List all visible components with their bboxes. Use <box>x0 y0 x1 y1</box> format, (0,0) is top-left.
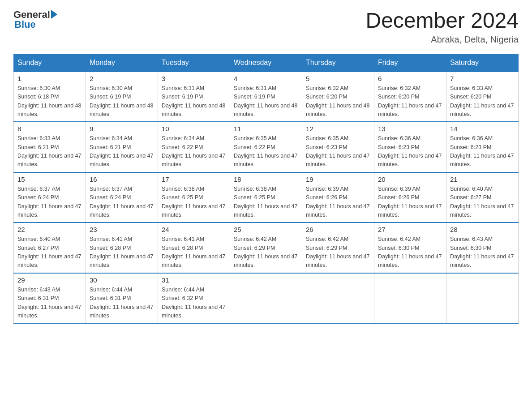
calendar-cell: 14Sunrise: 6:36 AMSunset: 6:23 PMDayligh… <box>446 122 519 172</box>
calendar-week-row: 29Sunrise: 6:43 AMSunset: 6:31 PMDayligh… <box>14 273 519 324</box>
day-of-week-header: Saturday <box>446 54 519 72</box>
calendar-cell: 7Sunrise: 6:33 AMSunset: 6:20 PMDaylight… <box>446 72 519 122</box>
day-number: 3 <box>162 75 226 82</box>
calendar-header-row: SundayMondayTuesdayWednesdayThursdayFrid… <box>14 54 519 72</box>
day-info: Sunrise: 6:39 AMSunset: 6:26 PMDaylight:… <box>378 185 442 220</box>
day-info: Sunrise: 6:30 AMSunset: 6:19 PMDaylight:… <box>90 84 154 119</box>
day-info: Sunrise: 6:43 AMSunset: 6:30 PMDaylight:… <box>450 235 515 270</box>
calendar-cell: 20Sunrise: 6:39 AMSunset: 6:26 PMDayligh… <box>374 172 446 223</box>
day-number: 12 <box>306 125 370 133</box>
calendar-cell: 22Sunrise: 6:40 AMSunset: 6:27 PMDayligh… <box>14 223 86 273</box>
day-info: Sunrise: 6:32 AMSunset: 6:20 PMDaylight:… <box>306 84 370 119</box>
day-info: Sunrise: 6:42 AMSunset: 6:29 PMDaylight:… <box>306 235 370 270</box>
calendar-cell: 30Sunrise: 6:44 AMSunset: 6:31 PMDayligh… <box>86 273 158 324</box>
calendar-cell: 12Sunrise: 6:35 AMSunset: 6:23 PMDayligh… <box>302 122 374 172</box>
calendar-cell: 10Sunrise: 6:34 AMSunset: 6:22 PMDayligh… <box>158 122 230 172</box>
day-number: 8 <box>17 125 82 133</box>
day-number: 2 <box>90 75 154 82</box>
calendar-cell: 27Sunrise: 6:42 AMSunset: 6:30 PMDayligh… <box>374 223 446 273</box>
day-number: 14 <box>450 125 515 133</box>
logo-blue-text: Blue <box>14 19 36 30</box>
day-of-week-header: Monday <box>86 54 158 72</box>
day-info: Sunrise: 6:33 AMSunset: 6:21 PMDaylight:… <box>17 134 82 169</box>
calendar-cell <box>230 273 302 324</box>
day-number: 23 <box>90 226 154 233</box>
logo-arrow-icon <box>51 10 57 19</box>
calendar-cell: 13Sunrise: 6:36 AMSunset: 6:23 PMDayligh… <box>374 122 446 172</box>
day-number: 30 <box>90 276 154 284</box>
calendar-cell: 21Sunrise: 6:40 AMSunset: 6:27 PMDayligh… <box>446 172 519 223</box>
day-of-week-header: Wednesday <box>230 54 302 72</box>
day-number: 15 <box>17 176 82 183</box>
day-number: 20 <box>378 176 442 183</box>
calendar-cell: 5Sunrise: 6:32 AMSunset: 6:20 PMDaylight… <box>302 72 374 122</box>
page-header: General Blue December 2024 Abraka, Delta… <box>13 9 519 45</box>
calendar-cell: 9Sunrise: 6:34 AMSunset: 6:21 PMDaylight… <box>86 122 158 172</box>
day-number: 26 <box>306 226 370 233</box>
day-number: 18 <box>234 176 298 183</box>
day-info: Sunrise: 6:42 AMSunset: 6:30 PMDaylight:… <box>378 235 442 270</box>
day-of-week-header: Friday <box>374 54 446 72</box>
day-info: Sunrise: 6:38 AMSunset: 6:25 PMDaylight:… <box>234 185 298 220</box>
day-info: Sunrise: 6:36 AMSunset: 6:23 PMDaylight:… <box>450 134 515 169</box>
calendar-table: SundayMondayTuesdayWednesdayThursdayFrid… <box>13 54 519 324</box>
day-number: 13 <box>378 125 442 133</box>
calendar-cell: 29Sunrise: 6:43 AMSunset: 6:31 PMDayligh… <box>14 273 86 324</box>
calendar-cell: 3Sunrise: 6:31 AMSunset: 6:19 PMDaylight… <box>158 72 230 122</box>
day-of-week-header: Thursday <box>302 54 374 72</box>
day-number: 10 <box>162 125 226 133</box>
day-info: Sunrise: 6:37 AMSunset: 6:24 PMDaylight:… <box>17 185 82 220</box>
calendar-cell: 18Sunrise: 6:38 AMSunset: 6:25 PMDayligh… <box>230 172 302 223</box>
day-info: Sunrise: 6:35 AMSunset: 6:23 PMDaylight:… <box>306 134 370 169</box>
day-of-week-header: Sunday <box>14 54 86 72</box>
day-number: 7 <box>450 75 515 82</box>
day-number: 27 <box>378 226 442 233</box>
day-info: Sunrise: 6:41 AMSunset: 6:28 PMDaylight:… <box>90 235 154 270</box>
day-number: 5 <box>306 75 370 82</box>
day-number: 31 <box>162 276 226 284</box>
calendar-week-row: 8Sunrise: 6:33 AMSunset: 6:21 PMDaylight… <box>14 122 519 172</box>
day-number: 17 <box>162 176 226 183</box>
day-number: 29 <box>17 276 82 284</box>
day-of-week-header: Tuesday <box>158 54 230 72</box>
calendar-week-row: 22Sunrise: 6:40 AMSunset: 6:27 PMDayligh… <box>14 223 519 273</box>
day-info: Sunrise: 6:39 AMSunset: 6:26 PMDaylight:… <box>306 185 370 220</box>
day-number: 25 <box>234 226 298 233</box>
calendar-cell: 24Sunrise: 6:41 AMSunset: 6:28 PMDayligh… <box>158 223 230 273</box>
day-number: 16 <box>90 176 154 183</box>
day-number: 4 <box>234 75 298 82</box>
day-info: Sunrise: 6:42 AMSunset: 6:29 PMDaylight:… <box>234 235 298 270</box>
calendar-cell: 17Sunrise: 6:38 AMSunset: 6:25 PMDayligh… <box>158 172 230 223</box>
day-info: Sunrise: 6:32 AMSunset: 6:20 PMDaylight:… <box>378 84 442 119</box>
day-number: 24 <box>162 226 226 233</box>
day-info: Sunrise: 6:36 AMSunset: 6:23 PMDaylight:… <box>378 134 442 169</box>
calendar-cell: 31Sunrise: 6:44 AMSunset: 6:32 PMDayligh… <box>158 273 230 324</box>
day-info: Sunrise: 6:40 AMSunset: 6:27 PMDaylight:… <box>450 185 515 220</box>
day-number: 6 <box>378 75 442 82</box>
day-number: 1 <box>17 75 82 82</box>
day-info: Sunrise: 6:33 AMSunset: 6:20 PMDaylight:… <box>450 84 515 119</box>
calendar-cell: 28Sunrise: 6:43 AMSunset: 6:30 PMDayligh… <box>446 223 519 273</box>
calendar-cell: 4Sunrise: 6:31 AMSunset: 6:19 PMDaylight… <box>230 72 302 122</box>
day-info: Sunrise: 6:34 AMSunset: 6:21 PMDaylight:… <box>90 134 154 169</box>
calendar-cell: 25Sunrise: 6:42 AMSunset: 6:29 PMDayligh… <box>230 223 302 273</box>
calendar-cell: 11Sunrise: 6:35 AMSunset: 6:22 PMDayligh… <box>230 122 302 172</box>
calendar-cell: 8Sunrise: 6:33 AMSunset: 6:21 PMDaylight… <box>14 122 86 172</box>
calendar-cell: 2Sunrise: 6:30 AMSunset: 6:19 PMDaylight… <box>86 72 158 122</box>
day-info: Sunrise: 6:43 AMSunset: 6:31 PMDaylight:… <box>17 286 82 321</box>
day-info: Sunrise: 6:44 AMSunset: 6:32 PMDaylight:… <box>162 286 226 321</box>
logo: General Blue <box>13 9 57 30</box>
calendar-cell: 6Sunrise: 6:32 AMSunset: 6:20 PMDaylight… <box>374 72 446 122</box>
day-info: Sunrise: 6:35 AMSunset: 6:22 PMDaylight:… <box>234 134 298 169</box>
location-subtitle: Abraka, Delta, Nigeria <box>365 34 519 45</box>
day-number: 11 <box>234 125 298 133</box>
calendar-cell: 19Sunrise: 6:39 AMSunset: 6:26 PMDayligh… <box>302 172 374 223</box>
title-block: December 2024 Abraka, Delta, Nigeria <box>365 9 519 45</box>
calendar-cell <box>302 273 374 324</box>
day-number: 21 <box>450 176 515 183</box>
day-info: Sunrise: 6:40 AMSunset: 6:27 PMDaylight:… <box>17 235 82 270</box>
day-number: 19 <box>306 176 370 183</box>
calendar-cell: 23Sunrise: 6:41 AMSunset: 6:28 PMDayligh… <box>86 223 158 273</box>
day-info: Sunrise: 6:31 AMSunset: 6:19 PMDaylight:… <box>234 84 298 119</box>
day-info: Sunrise: 6:41 AMSunset: 6:28 PMDaylight:… <box>162 235 226 270</box>
